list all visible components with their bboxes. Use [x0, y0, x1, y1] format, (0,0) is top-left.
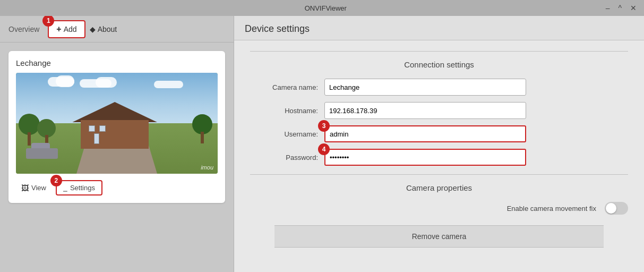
window1: [89, 125, 95, 132]
connection-section-title: Connection settings: [250, 60, 628, 69]
tree-right: [192, 114, 212, 143]
thumb-car: [26, 143, 58, 159]
view-button[interactable]: 🖼 View: [16, 181, 51, 195]
tree-left: [19, 114, 40, 146]
right-content: Connection settings Camera name: Hostnam…: [234, 40, 644, 272]
window-controls: – ^ ✕: [604, 3, 639, 13]
step-4-badge: 4: [318, 143, 330, 155]
house-body: [81, 120, 149, 148]
username-row: Username: 3: [250, 125, 628, 142]
nav-overview[interactable]: Overview: [8, 25, 39, 33]
watermark: imou: [201, 164, 213, 171]
right-header: Device settings: [234, 16, 644, 40]
add-label: Add: [64, 25, 77, 33]
settings-label: Settings: [70, 184, 95, 192]
username-label: Username:: [250, 130, 324, 138]
camera-card-title: Lechange: [16, 58, 218, 67]
hostname-input[interactable]: [324, 102, 526, 119]
camera-thumbnail: imou: [16, 73, 218, 174]
password-row: Password: 4: [250, 149, 628, 166]
separator-top: [250, 51, 628, 52]
settings-icon: ⎯: [63, 184, 67, 192]
window2: [99, 125, 106, 132]
username-input[interactable]: [324, 125, 526, 142]
movement-fix-toggle[interactable]: [605, 202, 628, 215]
password-label: Password:: [250, 154, 324, 162]
left-panel: Overview 1 + Add ◆ About Lechange: [0, 16, 234, 272]
step-2-badge: 2: [50, 175, 62, 186]
thumb-house: [72, 108, 157, 149]
hostname-label: Hostname:: [250, 107, 324, 115]
separator-properties: [250, 174, 628, 175]
about-button[interactable]: ◆ About: [90, 25, 117, 33]
left-content: Lechange: [0, 42, 234, 272]
title-bar: ONVIFViewer – ^ ✕: [0, 0, 644, 16]
right-panel: Device settings Connection settings Came…: [234, 16, 644, 272]
view-icon: 🖼: [21, 184, 29, 192]
camera-name-row: Camera name:: [250, 79, 628, 96]
movement-fix-label: Enable camera movement fix: [250, 205, 605, 212]
movement-fix-row: Enable camera movement fix: [250, 202, 628, 215]
password-input[interactable]: [324, 149, 526, 166]
cloud2: [56, 75, 74, 87]
remove-camera-button[interactable]: Remove camera: [274, 225, 604, 248]
hostname-row: Hostname:: [250, 102, 628, 119]
car-body: [26, 148, 58, 159]
tree-left2: [37, 119, 56, 146]
minimize-button[interactable]: –: [604, 3, 612, 13]
view-label: View: [31, 184, 46, 192]
cloud4: [96, 77, 117, 88]
device-settings-title: Device settings: [245, 23, 310, 34]
about-label: About: [98, 25, 117, 33]
camera-card: Lechange: [8, 51, 225, 203]
camera-name-input[interactable]: [324, 79, 526, 96]
close-button[interactable]: ✕: [628, 3, 639, 13]
properties-section-title: Camera properties: [250, 183, 628, 192]
plus-icon: +: [56, 24, 61, 34]
settings-button[interactable]: ⎯ Settings: [56, 180, 102, 196]
app-title: ONVIFViewer: [48, 4, 604, 12]
camera-name-label: Camera name:: [250, 83, 324, 91]
top-nav: Overview 1 + Add ◆ About: [0, 16, 234, 42]
card-actions: 🖼 View 2 ⎯ Settings: [16, 180, 218, 196]
maximize-button[interactable]: ^: [616, 3, 624, 13]
step-3-badge: 3: [318, 120, 330, 132]
remove-camera-section: Remove camera: [250, 225, 628, 248]
cloud5: [154, 81, 183, 88]
main-container: Overview 1 + Add ◆ About Lechange: [0, 16, 644, 272]
diamond-icon: ◆: [90, 25, 96, 33]
door: [94, 133, 99, 144]
